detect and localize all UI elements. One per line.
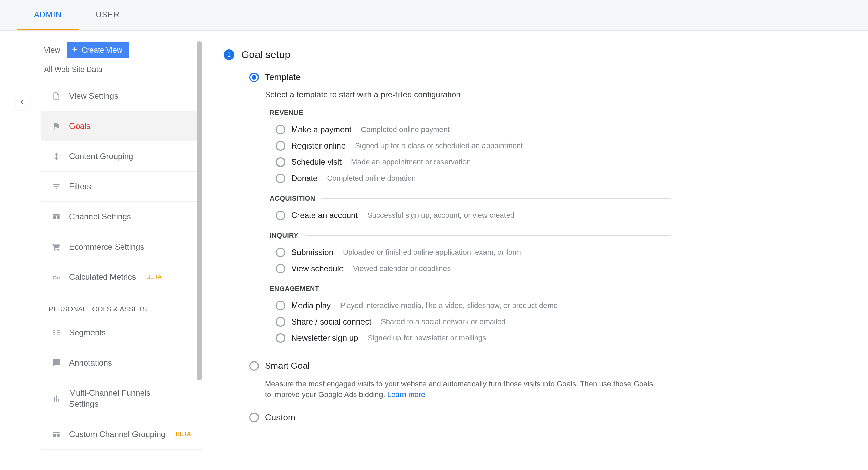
template-option-desc: Played interactive media, like a video, … [340,301,558,310]
current-view-name[interactable]: All Web Site Data [41,63,202,81]
template-option[interactable]: DonateCompleted online donation [270,170,671,187]
template-option-label: Submission [291,248,333,257]
template-option-label: Newsletter sign up [291,333,358,343]
bars-icon [51,393,62,404]
option-template-subtitle: Select a template to start with a pre-fi… [249,90,671,99]
template-option[interactable]: Schedule visitMade an appointment or res… [270,154,671,170]
nav-item-label: Content Grouping [69,152,133,161]
radio-template-option[interactable] [276,248,285,257]
template-option-label: Media play [291,301,331,310]
main-content: 1 Goal setup Template Select a template … [202,31,868,470]
annotations-icon [51,357,62,368]
filter-icon [51,181,62,192]
view-label: View [44,46,60,55]
nav-item-content-grouping[interactable]: Content Grouping [41,141,202,172]
radio-template-option[interactable] [276,333,285,343]
sidebar-scrollbar-thumb[interactable] [197,41,202,380]
beta-badge: BETA [146,274,162,281]
template-option-label: Schedule visit [291,157,342,167]
step-number-badge: 1 [224,49,234,60]
learn-more-link[interactable]: Learn more [387,390,426,399]
template-option[interactable]: Register onlineSigned up for a class or … [270,138,671,154]
template-group: ACQUISITIONCreate an accountSuccessful s… [249,195,671,223]
step-title: Goal setup [241,49,290,60]
nav-item-label: Settings [69,398,150,409]
create-view-button[interactable]: Create View [67,42,129,58]
template-option[interactable]: Newsletter sign upSigned up for newslett… [270,330,671,346]
template-option[interactable]: SubmissionUploaded or finished online ap… [270,244,671,260]
template-option[interactable]: Make a paymentCompleted online payment [270,121,671,138]
option-smart-goal-label: Smart Goal [265,360,310,371]
template-group: INQUIRYSubmissionUploaded or finished on… [249,232,671,277]
option-template[interactable]: Template [249,72,671,82]
segments-icon [51,327,62,338]
tab-admin[interactable]: ADMIN [17,0,79,30]
radio-template-option[interactable] [276,301,285,310]
template-option-desc: Viewed calendar or deadlines [353,264,451,273]
nav-item-label: Annotations [69,358,112,368]
nav-item-label: Segments [69,328,106,337]
nav-item-label: Ecommerce Settings [69,242,144,252]
nav-item-filters[interactable]: Filters [41,172,202,202]
dd-icon: Dd [51,272,62,282]
nav-item-segments[interactable]: Segments [41,318,202,348]
beta-badge: BETA [175,431,191,438]
radio-template-option[interactable] [276,317,285,327]
template-group-title: ENGAGEMENT [270,285,319,293]
back-button[interactable] [16,95,30,110]
channel-icon [51,429,62,440]
nav-item-view-settings[interactable]: View Settings [41,81,202,111]
template-option[interactable]: View scheduleViewed calendar or deadline… [270,260,671,277]
sidebar-scrollbar[interactable] [197,41,202,380]
template-option-label: Make a payment [291,125,351,134]
option-smart-goal[interactable]: Smart Goal [249,360,671,371]
template-option-label: Donate [291,174,317,183]
nav-item-label: Channel Settings [69,212,131,221]
nav-item-label: Custom Channel Grouping [69,430,165,439]
radio-template[interactable] [249,73,259,82]
divider [325,289,671,289]
radio-template-option[interactable] [276,211,285,220]
nav-item-channel-settings[interactable]: Channel Settings [41,202,202,232]
radio-template-option[interactable] [276,125,285,134]
nav-item-label: Multi-Channel Funnels [69,388,150,398]
nav-item-custom-channel-grouping[interactable]: Custom Channel GroupingBETA [41,419,202,450]
radio-template-option[interactable] [276,157,285,167]
flag-icon [51,121,62,132]
template-option[interactable]: Media playPlayed interactive media, like… [270,297,671,314]
grouping-icon [51,151,62,162]
radio-template-option[interactable] [276,174,285,183]
personal-tools-heading: PERSONAL TOOLS & ASSETS [41,292,202,318]
nav-item-goals[interactable]: Goals [41,111,202,141]
nav-item-label: Filters [69,182,91,191]
radio-smart-goal[interactable] [249,361,259,371]
template-option-label: Share / social connect [291,317,371,327]
template-group-title: INQUIRY [270,232,298,239]
nav-item-annotations[interactable]: Annotations [41,348,202,378]
template-option-desc: Completed online donation [327,174,416,183]
nav-item-label: View Settings [69,91,118,101]
radio-template-option[interactable] [276,141,285,151]
template-option[interactable]: Create an accountSuccessful sign up, acc… [270,207,671,223]
template-option[interactable]: Share / social connectShared to a social… [270,314,671,330]
option-custom[interactable]: Custom [249,412,671,423]
template-option-desc: Completed online payment [361,125,450,134]
nav-item-mcf[interactable]: Multi-Channel FunnelsSettings [41,378,202,419]
radio-template-option[interactable] [276,264,285,273]
template-option-desc: Made an appointment or reservation [351,158,471,167]
template-option-label: Register online [291,141,346,151]
nav-item-calculated-metrics[interactable]: DdCalculated MetricsBETA [41,262,202,292]
nav-item-ecommerce[interactable]: Ecommerce Settings [41,232,202,262]
template-option-label: Create an account [291,211,358,220]
template-option-desc: Signed up for newsletter or mailings [368,334,486,342]
template-group: ENGAGEMENTMedia playPlayed interactive m… [249,285,671,346]
radio-custom[interactable] [249,413,259,422]
channel-icon [51,211,62,222]
template-option-desc: Successful sign up, account, or view cre… [367,211,514,220]
tab-user[interactable]: USER [79,0,137,30]
option-template-label: Template [265,72,301,82]
template-option-desc: Shared to a social network or emailed [381,317,505,326]
cart-icon [51,241,62,252]
file-icon [51,91,62,101]
template-option-label: View schedule [291,264,344,273]
